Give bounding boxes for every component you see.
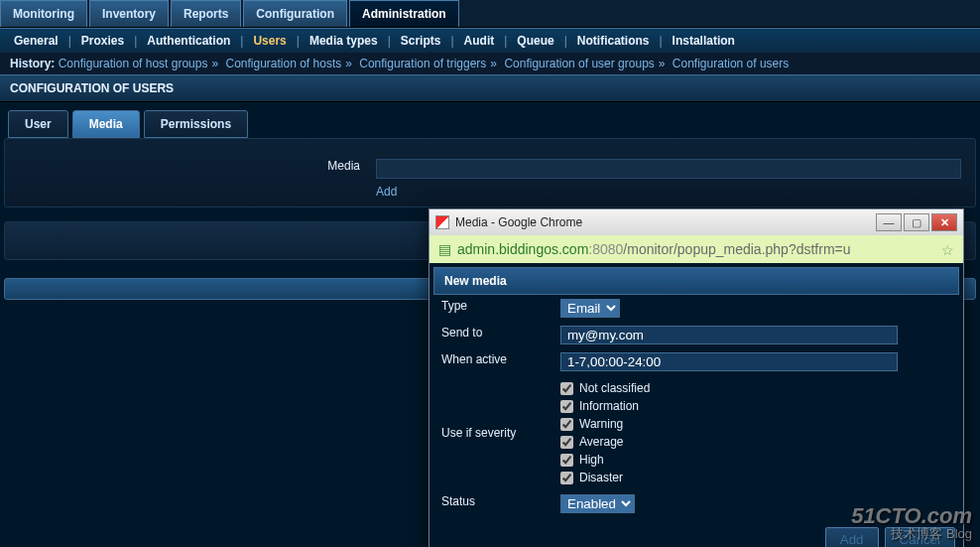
url-port: :8080 [588, 241, 623, 257]
nav-tab-administration[interactable]: Administration [349, 0, 459, 27]
subnav-installation[interactable]: Installation [669, 34, 739, 48]
config-tabs: User Media Permissions [0, 102, 980, 138]
nav-tab-monitoring[interactable]: Monitoring [0, 0, 87, 27]
nav-tab-inventory[interactable]: Inventory [89, 0, 169, 27]
subnav-proxies[interactable]: Proxies [77, 34, 128, 48]
media-panel: Media Add [4, 138, 976, 207]
subnav-notifications[interactable]: Notifications [573, 34, 654, 48]
severity-disaster-label: Disaster [579, 471, 623, 484]
severity-information-label: Information [579, 399, 639, 413]
tab-user[interactable]: User [8, 110, 68, 138]
bookmark-icon[interactable]: ☆ [941, 242, 955, 256]
url-path: /monitor/popup_media.php?dstfrm=u [623, 241, 850, 257]
severity-average-checkbox[interactable] [560, 436, 573, 449]
type-label: Type [433, 295, 552, 322]
severity-disaster-checkbox[interactable] [560, 472, 573, 484]
page-icon: ▤ [437, 242, 451, 256]
media-label: Media [19, 159, 376, 173]
popup-body: New media Type Email Send to When active… [429, 263, 963, 521]
sendto-input[interactable] [560, 326, 898, 344]
severity-not-classified-label: Not classified [579, 381, 650, 395]
tab-media[interactable]: Media [72, 110, 140, 138]
minimize-button[interactable]: — [876, 213, 902, 231]
popup-footer: Add Cancel [429, 521, 963, 547]
main-nav: Monitoring Inventory Reports Configurati… [0, 0, 980, 28]
subnav-authentication[interactable]: Authentication [143, 34, 234, 48]
nav-tab-reports[interactable]: Reports [171, 0, 241, 27]
close-button[interactable]: ✕ [931, 213, 957, 231]
whenactive-input[interactable] [560, 352, 898, 371]
status-select[interactable]: Enabled [560, 494, 635, 513]
add-media-link[interactable]: Add [376, 185, 397, 199]
status-label: Status [433, 490, 552, 517]
zabbix-icon [435, 215, 449, 229]
maximize-button[interactable]: ▢ [904, 213, 929, 231]
severity-not-classified-checkbox[interactable] [560, 382, 573, 395]
breadcrumb: History: Configuration of host groups» C… [0, 53, 980, 74]
history-link[interactable]: Configuration of host groups [59, 57, 208, 70]
popup-cancel-button[interactable]: Cancel [885, 527, 956, 547]
severity-warning-label: Warning [579, 417, 623, 431]
subnav-users[interactable]: Users [249, 34, 290, 48]
url-host: admin.biddingos.com [457, 241, 588, 257]
popup-titlebar[interactable]: Media - Google Chrome — ▢ ✕ [429, 209, 963, 235]
popup-add-button[interactable]: Add [825, 527, 879, 547]
whenactive-label: When active [433, 348, 552, 375]
severity-information-checkbox[interactable] [560, 400, 573, 413]
popup-window: Media - Google Chrome — ▢ ✕ ▤ admin.bidd… [429, 208, 964, 547]
subnav-queue[interactable]: Queue [513, 34, 557, 48]
severity-high-checkbox[interactable] [560, 454, 573, 467]
history-link[interactable]: Configuration of triggers [359, 57, 486, 70]
subnav-media-types[interactable]: Media types [306, 34, 382, 48]
history-label: History: [10, 57, 55, 70]
severity-high-label: High [579, 453, 604, 467]
type-select[interactable]: Email [560, 299, 620, 318]
subnav-scripts[interactable]: Scripts [397, 34, 445, 48]
history-link[interactable]: Configuration of user groups [504, 57, 654, 70]
subnav-audit[interactable]: Audit [460, 34, 499, 48]
popup-title-text: Media - Google Chrome [455, 215, 582, 229]
subnav-general[interactable]: General [10, 34, 62, 48]
media-list [376, 159, 961, 179]
sendto-label: Send to [433, 322, 552, 348]
history-link[interactable]: Configuration of hosts [225, 57, 341, 70]
tab-permissions[interactable]: Permissions [144, 110, 248, 138]
history-link[interactable]: Configuration of users [673, 57, 789, 70]
nav-tab-configuration[interactable]: Configuration [243, 0, 347, 27]
page-title: CONFIGURATION OF USERS [0, 74, 980, 102]
address-bar[interactable]: ▤ admin.biddingos.com:8080/monitor/popup… [429, 235, 963, 263]
sub-nav: General| Proxies| Authentication| Users|… [0, 28, 980, 53]
severity-label: Use if severity [433, 375, 552, 490]
severity-average-label: Average [579, 435, 623, 449]
severity-warning-checkbox[interactable] [560, 418, 573, 431]
popup-section-title: New media [433, 267, 959, 295]
